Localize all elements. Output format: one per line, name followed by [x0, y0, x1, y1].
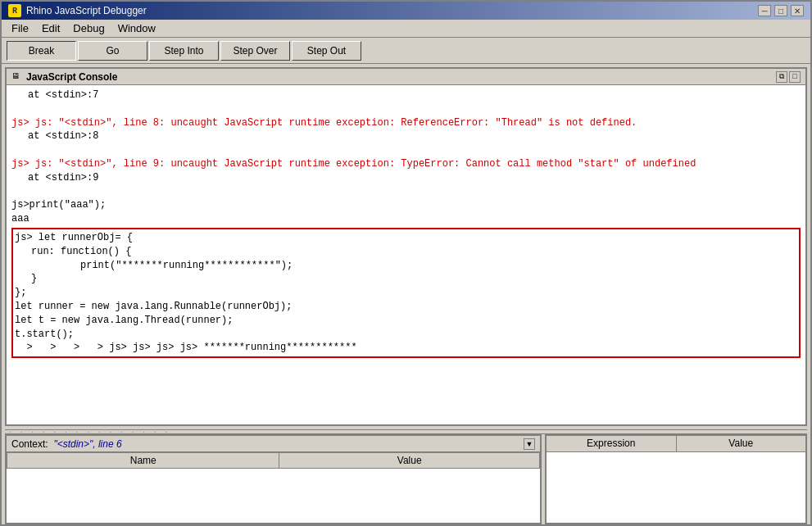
console-line: js> let runnerObj= {: [15, 231, 797, 245]
context-value: "<stdin>", line 6: [53, 438, 121, 450]
console-line: }: [15, 272, 797, 286]
console-body[interactable]: at <stdin>:7 js> js: "<stdin>", line 8: …: [7, 85, 805, 424]
maximize-button[interactable]: □: [774, 5, 787, 16]
console-line: js>print("aaa");: [11, 198, 801, 212]
menu-edit[interactable]: Edit: [35, 20, 66, 36]
step-into-button[interactable]: Step Into: [149, 41, 219, 61]
expression-body: [547, 452, 805, 523]
bottom-panel: Context: "<stdin>", line 6 ▼ Name Value: [5, 434, 807, 524]
expression-col-header: Expression: [547, 436, 677, 451]
context-label-area: Context: "<stdin>", line 6: [11, 438, 122, 450]
context-name-header: Name: [7, 453, 279, 469]
console-line: t.start();: [15, 328, 797, 342]
console-line: > > > > js> js> js> js> *******running**…: [15, 341, 797, 355]
break-button[interactable]: Break: [7, 41, 76, 61]
console-line: at <stdin>:7: [11, 88, 801, 102]
step-over-button[interactable]: Step Over: [220, 41, 290, 61]
context-dropdown-button[interactable]: ▼: [524, 438, 535, 450]
console-line: [11, 185, 801, 199]
console-title: JavaScript Console: [26, 71, 117, 83]
menu-debug[interactable]: Debug: [66, 20, 111, 36]
console-maximize-button[interactable]: □: [789, 71, 801, 83]
window-controls: ─ □ ✕: [758, 5, 804, 16]
toolbar: Break Go Step Into Step Over Step Out: [2, 38, 810, 64]
console-icon: 🖥: [11, 71, 23, 83]
console-line: at <stdin>:9: [11, 171, 801, 185]
console-line: let t = new java.lang.Thread(runner);: [15, 314, 797, 328]
context-label: Context:: [11, 438, 51, 450]
close-button[interactable]: ✕: [791, 5, 804, 16]
console-restore-button[interactable]: ⧉: [776, 71, 787, 83]
step-out-button[interactable]: Step Out: [292, 41, 361, 61]
main-content: 🖥 JavaScript Console ⧉ □ at <stdin>:7 js…: [2, 64, 810, 526]
title-bar-left: R Rhino JavaScript Debugger: [8, 4, 147, 17]
go-button[interactable]: Go: [78, 41, 147, 61]
console-error-line: js> js: "<stdin>", line 9: uncaught Java…: [11, 157, 801, 171]
console-header-left: 🖥 JavaScript Console: [11, 71, 117, 83]
menu-window[interactable]: Window: [111, 20, 162, 36]
expression-panel: Expression Value: [545, 434, 807, 524]
highlighted-block: js> let runnerObj= { run: function() { p…: [11, 228, 801, 358]
context-panel: Context: "<stdin>", line 6 ▼ Name Value: [5, 434, 542, 524]
console-line: print("*******running************");: [15, 259, 797, 273]
minimize-button[interactable]: ─: [758, 5, 771, 16]
console-error-line: js> js: "<stdin>", line 8: uncaught Java…: [11, 116, 801, 130]
console-header-right: ⧉ □: [776, 71, 801, 83]
expression-header: Expression Value: [547, 436, 805, 452]
console-line: at <stdin>:8: [11, 129, 801, 143]
context-value-header: Value: [279, 453, 540, 469]
console-header: 🖥 JavaScript Console ⧉ □: [7, 69, 805, 85]
console-line: [11, 102, 801, 116]
menu-bar: File Edit Debug Window: [2, 20, 810, 38]
console-line: let runner = new java.lang.Runnable(runn…: [15, 300, 797, 314]
console-panel: 🖥 JavaScript Console ⧉ □ at <stdin>:7 js…: [5, 67, 807, 426]
context-header: Context: "<stdin>", line 6 ▼: [7, 436, 540, 452]
console-line: aaa: [11, 212, 801, 226]
context-table: Name Value: [7, 452, 540, 523]
console-line: [11, 143, 801, 157]
menu-file[interactable]: File: [5, 20, 35, 36]
app-icon: R: [8, 4, 21, 17]
value-col-header: Value: [677, 436, 806, 451]
title-bar: R Rhino JavaScript Debugger ─ □ ✕: [2, 2, 810, 20]
window-title: Rhino JavaScript Debugger: [26, 5, 147, 16]
console-line: };: [15, 286, 797, 300]
console-line: run: function() {: [15, 245, 797, 259]
